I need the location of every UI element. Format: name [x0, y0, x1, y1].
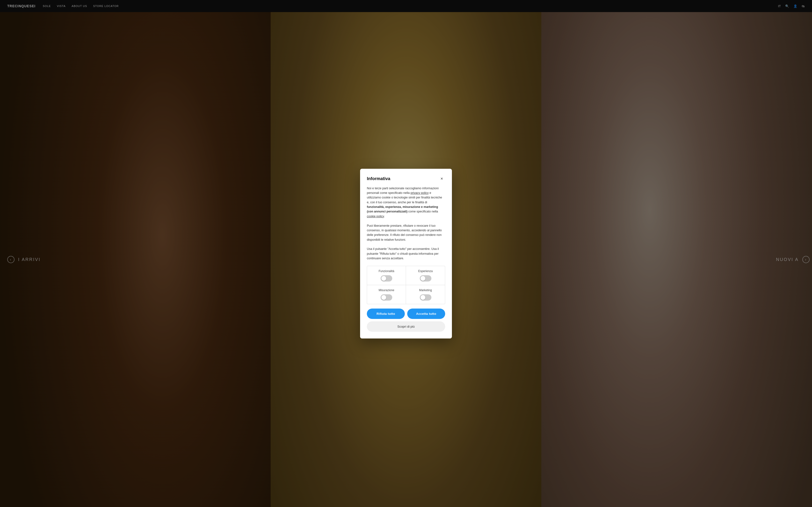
toggle-cell-funzionalita: Funzionalità	[367, 266, 406, 285]
toggle-misurazione[interactable]	[380, 294, 392, 300]
toggle-knob-funzionalita	[382, 276, 386, 281]
modal-title: Informativa	[367, 176, 390, 181]
reject-all-button[interactable]: Rifiuta tutto	[367, 308, 405, 319]
modal-body-para3: Usa il pulsante "Accetta tutto" per acco…	[367, 247, 445, 261]
toggle-cell-misurazione: Misurazione	[367, 285, 406, 304]
modal-close-button[interactable]: ×	[439, 175, 445, 182]
toggle-marketing[interactable]	[420, 294, 432, 300]
modal-body: Noi e terze parti selezionate raccogliam…	[367, 186, 445, 261]
cookie-modal: Informativa × Noi e terze parti selezion…	[360, 169, 452, 338]
toggle-knob-esperienza	[420, 276, 425, 281]
toggle-label-esperienza: Esperienza	[418, 270, 433, 273]
toggle-esperienza[interactable]	[420, 275, 432, 282]
modal-header: Informativa ×	[367, 175, 445, 182]
accept-all-button[interactable]: Accetta tutto	[407, 308, 445, 319]
toggle-label-marketing: Marketing	[419, 288, 432, 292]
learn-more-button[interactable]: Scopri di più	[367, 321, 445, 332]
toggle-funzionalita[interactable]	[380, 275, 392, 282]
modal-action-buttons: Rifiuta tutto Accetta tutto	[367, 308, 445, 319]
toggle-cell-marketing: Marketing	[406, 285, 445, 304]
toggles-grid: Funzionalità Esperienza Misurazione	[367, 266, 445, 304]
toggle-knob-misurazione	[382, 295, 386, 300]
toggle-knob-marketing	[420, 295, 425, 300]
toggle-label-funzionalita: Funzionalità	[379, 270, 394, 273]
toggle-label-misurazione: Misurazione	[379, 288, 394, 292]
toggle-cell-esperienza: Esperienza	[406, 266, 445, 285]
privacy-policy-link[interactable]: privacy policy	[411, 191, 429, 194]
cookie-policy-link[interactable]: cookie policy	[367, 215, 384, 218]
modal-body-para2: Puoi liberamente prestare, rifiutare o r…	[367, 224, 445, 242]
modal-overlay: Informativa × Noi e terze parti selezion…	[0, 0, 812, 507]
